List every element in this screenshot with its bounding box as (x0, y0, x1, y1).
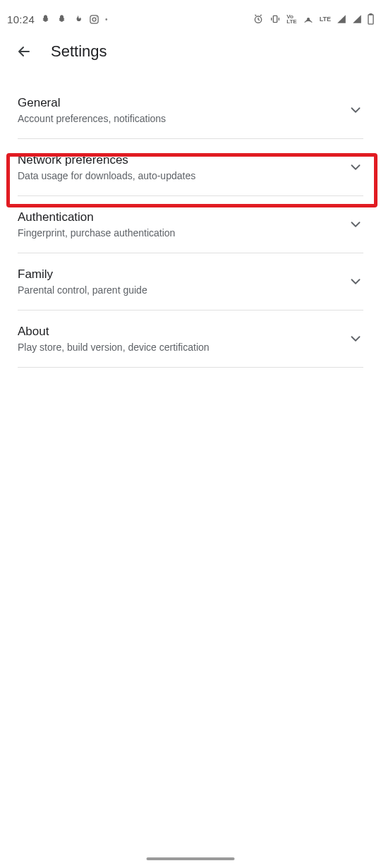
settings-item-about[interactable]: About Play store, build version, device … (18, 311, 363, 368)
svg-point-1 (92, 18, 96, 21)
svg-rect-0 (90, 15, 98, 23)
volte-icon: VoLTE (286, 14, 297, 24)
alarm-icon (253, 13, 264, 25)
signal-icon (337, 14, 346, 24)
vibrate-icon (270, 13, 281, 25)
svg-point-2 (96, 16, 97, 17)
more-dot-icon: • (105, 16, 108, 23)
settings-item-family[interactable]: Family Parental control, parent guide (18, 253, 363, 311)
chevron-down-icon (348, 102, 363, 118)
settings-item-authentication[interactable]: Authentication Fingerprint, purchase aut… (18, 196, 363, 253)
chevron-down-icon (348, 331, 363, 346)
settings-item-network-preferences[interactable]: Network preferences Data usage for downl… (18, 139, 363, 196)
item-title: Family (18, 267, 147, 282)
chevron-down-icon (348, 159, 363, 175)
gesture-bar (147, 857, 235, 860)
svg-rect-4 (273, 16, 277, 22)
chevron-down-icon (348, 274, 363, 289)
svg-rect-7 (370, 13, 372, 14)
signal-icon (352, 14, 362, 24)
status-bar: 10:24 • VoLTE LTE (0, 0, 381, 32)
svg-rect-6 (368, 15, 373, 24)
app-bar: Settings (0, 32, 381, 71)
lte-label: LTE (320, 16, 331, 23)
item-subtitle: Fingerprint, purchase authentication (18, 227, 175, 239)
item-subtitle: Play store, build version, device certif… (18, 342, 210, 353)
item-subtitle: Account preferences, notifications (18, 113, 166, 124)
item-title: Network preferences (18, 153, 195, 167)
snapchat-icon (56, 14, 67, 25)
instagram-icon (89, 14, 99, 25)
flame-icon (73, 14, 83, 25)
back-button[interactable] (16, 43, 32, 60)
battery-icon (368, 13, 374, 25)
snapchat-icon (40, 14, 51, 25)
item-title: About (18, 325, 210, 339)
chevron-down-icon (348, 217, 363, 232)
page-title: Settings (51, 42, 107, 61)
status-clock: 10:24 (7, 13, 35, 25)
settings-list: General Account preferences, notificatio… (0, 82, 381, 368)
item-subtitle: Parental control, parent guide (18, 284, 147, 296)
item-subtitle: Data usage for downloads, auto-updates (18, 170, 195, 181)
hotspot-icon (303, 13, 314, 25)
settings-item-general[interactable]: General Account preferences, notificatio… (18, 82, 363, 139)
item-title: Authentication (18, 210, 175, 224)
item-title: General (18, 96, 166, 110)
